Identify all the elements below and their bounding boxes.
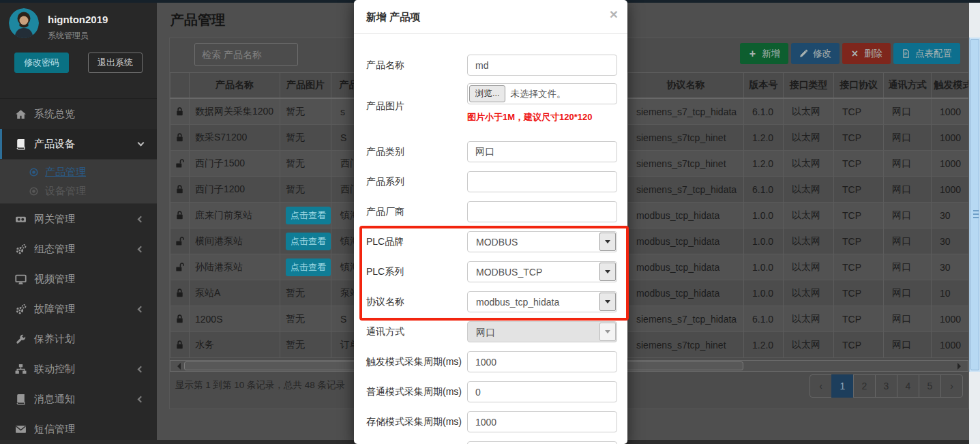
close-icon[interactable]: × xyxy=(610,7,618,21)
field-select-6[interactable]: MODBUS_TCP xyxy=(467,261,617,282)
cell-image: 暂无 xyxy=(280,99,331,124)
sidebar-item-8[interactable]: 消息通知 xyxy=(0,384,157,414)
vertical-scrollbar-thumb[interactable] xyxy=(970,39,979,370)
cell-iface_type: 以太网 xyxy=(784,125,834,150)
browse-button[interactable]: 浏览... xyxy=(469,85,505,102)
sidebar-subitem-1[interactable]: 设备管理 xyxy=(0,181,157,201)
cell-lock xyxy=(170,254,190,280)
partial-field[interactable] xyxy=(467,441,617,444)
vertical-scrollbar-track[interactable] xyxy=(969,38,980,372)
cell-comm: 网口 xyxy=(884,228,932,254)
delete-button[interactable]: ×删除 xyxy=(842,43,891,64)
sidebar-item-0[interactable]: 系统总览 xyxy=(0,99,157,129)
page-title: 产品管理 xyxy=(170,11,225,29)
toolbar-button-label: 新增 xyxy=(762,48,780,60)
cell-iface_type: 以太网 xyxy=(784,228,834,254)
modal-header: 新增 产品项 × xyxy=(354,0,627,34)
sidebar-item-5[interactable]: 故障管理 xyxy=(0,294,157,324)
field-label-4: 产品厂商 xyxy=(366,206,469,218)
toolbar-button-label: 修改 xyxy=(813,48,831,60)
sidebar-subitem-0[interactable]: 产品管理 xyxy=(0,162,157,181)
file-input[interactable]: 浏览...未选择文件。 xyxy=(467,83,617,104)
scroll-left-arrow-icon[interactable] xyxy=(174,363,181,370)
cell-protocol: modbus_tcp_hidata xyxy=(628,254,744,280)
sidebar-item-1[interactable]: 产品设备 xyxy=(0,129,157,159)
field-input-0[interactable] xyxy=(467,55,617,76)
cell-name: 泵站A xyxy=(190,280,280,306)
plus-icon: + xyxy=(748,49,757,58)
cell-iface_type: 以太网 xyxy=(784,177,834,202)
sidebar-item-label: 产品设备 xyxy=(34,138,75,151)
cell-iface_protocol: TCP xyxy=(834,306,884,331)
pagination-next[interactable]: › xyxy=(940,374,963,398)
lock-icon[interactable] xyxy=(175,184,185,194)
select-value: modbus_tcp_hidata xyxy=(476,297,559,308)
select-value: 网口 xyxy=(476,327,495,339)
add-button[interactable]: +新增 xyxy=(740,43,788,64)
select-value: MODBUS_TCP xyxy=(476,267,542,278)
field-input-4[interactable] xyxy=(467,201,617,222)
sidebar-item-label: 视频管理 xyxy=(34,273,75,286)
dropdown-arrow-icon[interactable] xyxy=(599,263,616,281)
pagination-page-2[interactable]: 2 xyxy=(853,374,876,398)
pagination-page-3[interactable]: 3 xyxy=(875,374,897,398)
sidebar-item-4[interactable]: 视频管理 xyxy=(0,264,157,294)
view-image-button[interactable]: 点击查看 xyxy=(286,258,331,276)
dropdown-arrow-icon[interactable] xyxy=(599,323,616,341)
lock-icon[interactable] xyxy=(175,132,185,143)
sidebar-item-label: 联动控制 xyxy=(34,363,75,376)
vertical-scrollbar[interactable] xyxy=(969,3,980,444)
sidebar-item-label: 系统总览 xyxy=(34,108,75,121)
cell-lock xyxy=(170,151,190,176)
wrench-icon xyxy=(15,334,27,345)
lock-icon[interactable] xyxy=(175,210,185,220)
logout-button[interactable]: 退出系统 xyxy=(88,53,143,73)
field-select-7[interactable]: modbus_tcp_hidata xyxy=(467,291,617,312)
field-input-10[interactable] xyxy=(467,381,617,402)
toolbar-button-label: 点表配置 xyxy=(915,48,952,60)
field-input-11[interactable] xyxy=(467,411,617,432)
user-role: 系统管理员 xyxy=(48,30,89,42)
lock-icon[interactable] xyxy=(175,288,185,298)
change-password-button[interactable]: 修改密码 xyxy=(14,53,69,73)
lock-icon[interactable] xyxy=(175,314,185,324)
cell-comm: 网口 xyxy=(884,203,932,228)
sidebar-item-3[interactable]: 组态管理 xyxy=(0,234,157,264)
lock-icon[interactable] xyxy=(175,106,185,117)
field-input-9[interactable] xyxy=(467,351,617,372)
view-image-button[interactable]: 点击查看 xyxy=(286,233,331,250)
pagination-page-1[interactable]: 1 xyxy=(831,374,854,398)
scroll-right-arrow-icon[interactable] xyxy=(957,363,964,370)
dropdown-arrow-icon[interactable] xyxy=(599,293,616,311)
column-header-version: 版本号 xyxy=(744,73,784,98)
book-icon xyxy=(15,138,27,150)
field-input-2[interactable] xyxy=(467,141,617,162)
sidebar-item-6[interactable]: 保养计划 xyxy=(0,324,157,354)
view-image-button[interactable]: 点击查看 xyxy=(286,207,331,224)
cell-comm: 网口 xyxy=(884,99,932,124)
dropdown-arrow-icon[interactable] xyxy=(599,233,616,251)
cell-name: 西门子1200 xyxy=(190,177,280,202)
cell-version: 6.1.0 xyxy=(744,177,784,202)
sidebar-subitem-label: 产品管理 xyxy=(45,166,86,179)
point-table-config-button[interactable]: P点表配置 xyxy=(893,43,960,64)
pagination-page-4[interactable]: 4 xyxy=(897,374,919,398)
pagination-page-5[interactable]: 5 xyxy=(919,374,941,398)
lock-icon[interactable] xyxy=(175,340,185,350)
field-select-5[interactable]: MODBUS xyxy=(467,231,617,252)
field-input-3[interactable] xyxy=(467,171,617,192)
unlock-icon[interactable] xyxy=(175,158,185,168)
cell-image: 暂无 xyxy=(280,177,331,202)
pagination-prev[interactable]: ‹ xyxy=(810,374,832,398)
cell-image: 暂无 xyxy=(280,332,331,357)
edit-button[interactable]: 修改 xyxy=(791,43,840,64)
cell-lock xyxy=(170,306,190,331)
cell-trigger: 30 xyxy=(932,228,968,254)
unlock-icon[interactable] xyxy=(175,236,185,246)
search-input[interactable] xyxy=(194,43,298,66)
sidebar-item-2[interactable]: 网关管理 xyxy=(0,204,157,234)
unlock-icon[interactable] xyxy=(175,262,185,272)
cell-comm: 网口 xyxy=(884,254,932,280)
field-label-7: 协议名称 xyxy=(366,296,469,308)
sidebar-item-7[interactable]: 联动控制 xyxy=(0,354,157,384)
